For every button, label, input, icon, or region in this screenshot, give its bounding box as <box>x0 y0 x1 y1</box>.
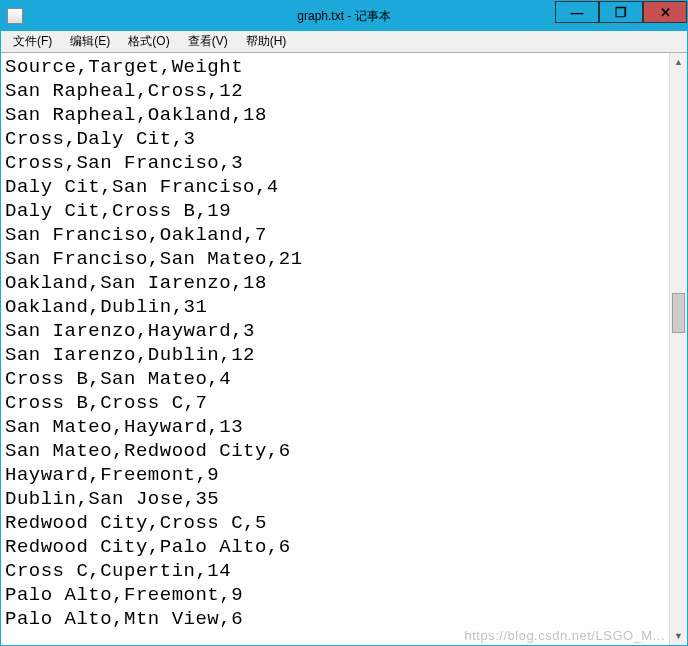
menu-format[interactable]: 格式(O) <box>120 31 177 52</box>
minimize-button[interactable]: — <box>555 1 599 23</box>
window-titlebar: graph.txt - 记事本 — ❐ ✕ <box>1 1 687 31</box>
window-controls: — ❐ ✕ <box>555 1 687 23</box>
maximize-button[interactable]: ❐ <box>599 1 643 23</box>
scroll-track[interactable] <box>670 71 687 627</box>
vertical-scrollbar[interactable]: ▲ ▼ <box>669 53 687 645</box>
scroll-thumb[interactable] <box>672 293 685 333</box>
menu-bar: 文件(F) 编辑(E) 格式(O) 查看(V) 帮助(H) <box>1 31 687 53</box>
window-title: graph.txt - 记事本 <box>297 8 390 25</box>
text-content[interactable]: Source,Target,Weight San Rapheal,Cross,1… <box>1 53 669 645</box>
watermark-text: https://blog.csdn.net/LSGO_M... <box>465 628 665 643</box>
client-area: Source,Target,Weight San Rapheal,Cross,1… <box>1 53 687 645</box>
menu-edit[interactable]: 编辑(E) <box>62 31 118 52</box>
scroll-up-arrow[interactable]: ▲ <box>670 53 687 71</box>
menu-file[interactable]: 文件(F) <box>5 31 60 52</box>
menu-view[interactable]: 查看(V) <box>180 31 236 52</box>
close-button[interactable]: ✕ <box>643 1 687 23</box>
menu-help[interactable]: 帮助(H) <box>238 31 295 52</box>
app-icon <box>7 8 23 24</box>
scroll-down-arrow[interactable]: ▼ <box>670 627 687 645</box>
